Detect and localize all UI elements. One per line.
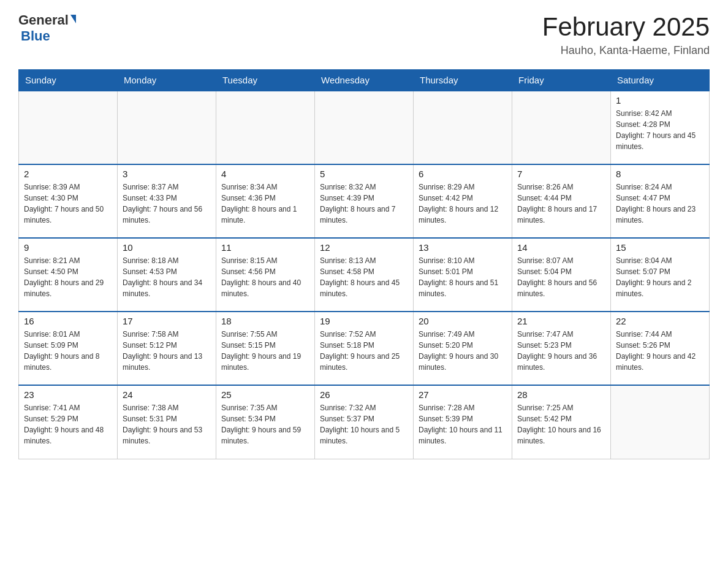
day-number: 7: [517, 169, 605, 179]
day-number: 8: [616, 169, 704, 179]
day-number: 13: [419, 242, 507, 253]
day-number: 26: [320, 389, 408, 400]
day-info: Sunrise: 8:24 AMSunset: 4:47 PMDaylight:…: [616, 182, 704, 226]
calendar-week-row: 16Sunrise: 8:01 AMSunset: 5:09 PMDayligh…: [19, 312, 710, 385]
day-info: Sunrise: 8:37 AMSunset: 4:33 PMDaylight:…: [123, 182, 211, 226]
day-number: 5: [320, 169, 408, 179]
calendar-cell: 17Sunrise: 7:58 AMSunset: 5:12 PMDayligh…: [118, 312, 216, 385]
day-number: 12: [320, 242, 408, 253]
day-number: 3: [123, 169, 211, 179]
calendar-week-row: 1Sunrise: 8:42 AMSunset: 4:28 PMDaylight…: [19, 91, 710, 164]
calendar-cell: 11Sunrise: 8:15 AMSunset: 4:56 PMDayligh…: [216, 238, 315, 312]
day-info: Sunrise: 7:32 AMSunset: 5:37 PMDaylight:…: [320, 402, 408, 446]
calendar-cell: 23Sunrise: 7:41 AMSunset: 5:29 PMDayligh…: [19, 385, 118, 459]
calendar-cell: 19Sunrise: 7:52 AMSunset: 5:18 PMDayligh…: [315, 312, 414, 385]
weekday-header-row: Sunday Monday Tuesday Wednesday Thursday…: [19, 70, 710, 91]
day-info: Sunrise: 7:35 AMSunset: 5:34 PMDaylight:…: [221, 402, 309, 446]
day-number: 20: [419, 316, 507, 326]
day-info: Sunrise: 8:42 AMSunset: 4:28 PMDaylight:…: [616, 108, 704, 152]
calendar-cell: [512, 91, 611, 164]
calendar-cell: 1Sunrise: 8:42 AMSunset: 4:28 PMDaylight…: [611, 91, 710, 164]
calendar-cell: 14Sunrise: 8:07 AMSunset: 5:04 PMDayligh…: [512, 238, 611, 312]
day-info: Sunrise: 8:10 AMSunset: 5:01 PMDaylight:…: [419, 255, 507, 299]
day-number: 14: [517, 242, 605, 253]
day-info: Sunrise: 7:47 AMSunset: 5:23 PMDaylight:…: [517, 329, 605, 373]
logo-general-text: General: [18, 12, 69, 28]
day-number: 4: [221, 169, 309, 179]
calendar-cell: 26Sunrise: 7:32 AMSunset: 5:37 PMDayligh…: [315, 385, 414, 459]
calendar-cell: 13Sunrise: 8:10 AMSunset: 5:01 PMDayligh…: [414, 238, 512, 312]
logo-blue-text: Blue: [21, 28, 50, 44]
header-saturday: Saturday: [611, 70, 710, 91]
calendar-cell: 21Sunrise: 7:47 AMSunset: 5:23 PMDayligh…: [512, 312, 611, 385]
header-monday: Monday: [118, 70, 216, 91]
day-number: 17: [123, 316, 211, 326]
calendar-cell: [414, 91, 512, 164]
day-info: Sunrise: 8:04 AMSunset: 5:07 PMDaylight:…: [616, 255, 704, 299]
calendar-cell: 6Sunrise: 8:29 AMSunset: 4:42 PMDaylight…: [414, 164, 512, 238]
calendar-cell: [19, 91, 118, 164]
day-number: 28: [517, 389, 605, 400]
day-info: Sunrise: 7:55 AMSunset: 5:15 PMDaylight:…: [221, 329, 309, 373]
calendar-cell: 24Sunrise: 7:38 AMSunset: 5:31 PMDayligh…: [118, 385, 216, 459]
day-info: Sunrise: 8:32 AMSunset: 4:39 PMDaylight:…: [320, 182, 408, 226]
day-info: Sunrise: 7:38 AMSunset: 5:31 PMDaylight:…: [123, 402, 211, 446]
day-info: Sunrise: 7:28 AMSunset: 5:39 PMDaylight:…: [419, 402, 507, 446]
calendar-cell: 7Sunrise: 8:26 AMSunset: 4:44 PMDaylight…: [512, 164, 611, 238]
day-number: 11: [221, 242, 309, 253]
day-info: Sunrise: 7:25 AMSunset: 5:42 PMDaylight:…: [517, 402, 605, 446]
day-info: Sunrise: 7:49 AMSunset: 5:20 PMDaylight:…: [419, 329, 507, 373]
day-info: Sunrise: 8:18 AMSunset: 4:53 PMDaylight:…: [123, 255, 211, 299]
day-number: 2: [24, 169, 112, 179]
day-info: Sunrise: 8:26 AMSunset: 4:44 PMDaylight:…: [517, 182, 605, 226]
day-info: Sunrise: 7:41 AMSunset: 5:29 PMDaylight:…: [24, 402, 112, 446]
title-section: February 2025 Hauho, Kanta-Haeme, Finlan…: [542, 12, 710, 57]
day-number: 18: [221, 316, 309, 326]
header-tuesday: Tuesday: [216, 70, 315, 91]
header-wednesday: Wednesday: [315, 70, 414, 91]
calendar-cell: 4Sunrise: 8:34 AMSunset: 4:36 PMDaylight…: [216, 164, 315, 238]
day-number: 24: [123, 389, 211, 400]
calendar-week-row: 2Sunrise: 8:39 AMSunset: 4:30 PMDaylight…: [19, 164, 710, 238]
day-info: Sunrise: 8:13 AMSunset: 4:58 PMDaylight:…: [320, 255, 408, 299]
calendar-cell: 20Sunrise: 7:49 AMSunset: 5:20 PMDayligh…: [414, 312, 512, 385]
day-number: 6: [419, 169, 507, 179]
calendar-cell: [315, 91, 414, 164]
day-number: 22: [616, 316, 704, 326]
calendar-cell: 22Sunrise: 7:44 AMSunset: 5:26 PMDayligh…: [611, 312, 710, 385]
day-number: 23: [24, 389, 112, 400]
calendar-cell: 27Sunrise: 7:28 AMSunset: 5:39 PMDayligh…: [414, 385, 512, 459]
location: Hauho, Kanta-Haeme, Finland: [542, 44, 710, 57]
day-number: 16: [24, 316, 112, 326]
calendar-cell: 18Sunrise: 7:55 AMSunset: 5:15 PMDayligh…: [216, 312, 315, 385]
calendar-cell: 2Sunrise: 8:39 AMSunset: 4:30 PMDaylight…: [19, 164, 118, 238]
calendar-cell: 3Sunrise: 8:37 AMSunset: 4:33 PMDaylight…: [118, 164, 216, 238]
day-info: Sunrise: 7:52 AMSunset: 5:18 PMDaylight:…: [320, 329, 408, 373]
day-number: 9: [24, 242, 112, 253]
day-info: Sunrise: 8:34 AMSunset: 4:36 PMDaylight:…: [221, 182, 309, 226]
calendar-cell: [611, 385, 710, 459]
calendar-cell: 10Sunrise: 8:18 AMSunset: 4:53 PMDayligh…: [118, 238, 216, 312]
day-info: Sunrise: 7:44 AMSunset: 5:26 PMDaylight:…: [616, 329, 704, 373]
day-info: Sunrise: 8:07 AMSunset: 5:04 PMDaylight:…: [517, 255, 605, 299]
day-number: 19: [320, 316, 408, 326]
day-number: 21: [517, 316, 605, 326]
day-number: 15: [616, 242, 704, 253]
logo: General Blue: [18, 12, 76, 44]
day-info: Sunrise: 8:21 AMSunset: 4:50 PMDaylight:…: [24, 255, 112, 299]
day-info: Sunrise: 7:58 AMSunset: 5:12 PMDaylight:…: [123, 329, 211, 373]
page-header: General Blue February 2025 Hauho, Kanta-…: [18, 12, 710, 57]
calendar-cell: 8Sunrise: 8:24 AMSunset: 4:47 PMDaylight…: [611, 164, 710, 238]
day-info: Sunrise: 8:01 AMSunset: 5:09 PMDaylight:…: [24, 329, 112, 373]
calendar-cell: 16Sunrise: 8:01 AMSunset: 5:09 PMDayligh…: [19, 312, 118, 385]
calendar-table: Sunday Monday Tuesday Wednesday Thursday…: [18, 69, 710, 459]
day-info: Sunrise: 8:29 AMSunset: 4:42 PMDaylight:…: [419, 182, 507, 226]
calendar-week-row: 23Sunrise: 7:41 AMSunset: 5:29 PMDayligh…: [19, 385, 710, 459]
calendar-cell: [118, 91, 216, 164]
calendar-cell: 5Sunrise: 8:32 AMSunset: 4:39 PMDaylight…: [315, 164, 414, 238]
day-number: 10: [123, 242, 211, 253]
calendar-week-row: 9Sunrise: 8:21 AMSunset: 4:50 PMDaylight…: [19, 238, 710, 312]
header-thursday: Thursday: [414, 70, 512, 91]
month-title: February 2025: [542, 12, 710, 42]
day-info: Sunrise: 8:15 AMSunset: 4:56 PMDaylight:…: [221, 255, 309, 299]
